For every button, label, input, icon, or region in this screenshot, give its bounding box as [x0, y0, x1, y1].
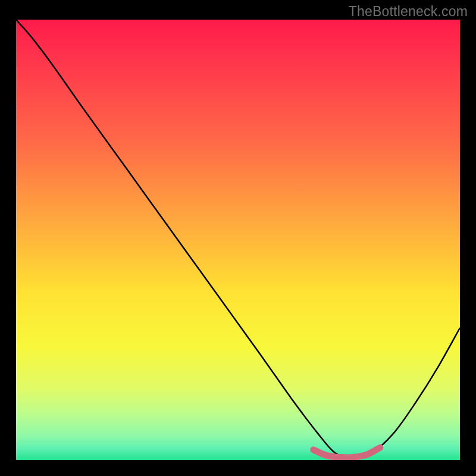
chart-root: TheBottleneck.com	[0, 0, 476, 476]
plot-background	[16, 20, 460, 460]
watermark: TheBottleneck.com	[349, 4, 468, 20]
chart-svg	[0, 0, 476, 476]
